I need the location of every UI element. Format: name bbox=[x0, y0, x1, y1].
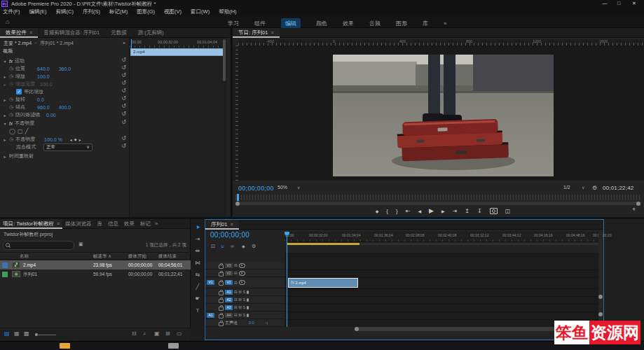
lock-icon[interactable] bbox=[219, 281, 224, 286]
freeform-view-icon[interactable]: ▩ bbox=[24, 330, 29, 337]
solo-button[interactable]: S bbox=[243, 290, 245, 294]
go-to-out-icon[interactable]: ⇥ bbox=[453, 208, 458, 214]
tab-markers[interactable]: 标记 bbox=[137, 219, 153, 229]
workspace-overflow-icon[interactable]: » bbox=[444, 20, 446, 27]
timeline-timecode[interactable]: 00;00;00;00 bbox=[210, 231, 249, 239]
step-back-icon[interactable]: ◀ bbox=[418, 209, 421, 214]
voiceover-mic-icon[interactable] bbox=[247, 314, 249, 317]
solo-button[interactable]: S bbox=[243, 298, 245, 302]
timeline-vertical-scrollbar[interactable] bbox=[598, 232, 603, 327]
stopwatch-icon[interactable]: ◷ bbox=[9, 112, 13, 118]
panel-menu-icon[interactable]: ≡ bbox=[29, 30, 32, 35]
solo-button[interactable]: S bbox=[243, 313, 245, 317]
lock-icon[interactable] bbox=[219, 272, 224, 276]
track-target-a3[interactable]: A3 bbox=[225, 305, 233, 310]
reset-icon[interactable]: ↺ bbox=[121, 64, 126, 71]
expand-icon[interactable]: ▾ bbox=[3, 121, 7, 126]
sync-lock-icon[interactable]: ⊟ bbox=[234, 313, 238, 317]
eye-icon[interactable] bbox=[239, 280, 245, 285]
eye-icon[interactable] bbox=[239, 263, 245, 268]
tabs-overflow-icon[interactable]: » bbox=[153, 219, 159, 229]
workspace-tab-editing[interactable]: 编辑 bbox=[281, 18, 301, 29]
workspace-tab-assembly[interactable]: 组件 bbox=[254, 20, 266, 27]
tab-effect-controls[interactable]: 效果控件 ≡ bbox=[0, 28, 38, 38]
tab-effects[interactable]: 效果 bbox=[121, 219, 137, 229]
tab-media-browser[interactable]: 媒体浏览器 bbox=[62, 219, 95, 229]
taskbar-folder-icon[interactable] bbox=[60, 343, 70, 349]
ripple-edit-tool[interactable]: ⇹ bbox=[191, 248, 205, 254]
new-search-bin-icon[interactable]: ▣ bbox=[78, 241, 83, 247]
uniform-scale-checkbox[interactable]: ✓ bbox=[16, 89, 22, 94]
anchor-x-value[interactable]: 960.0 bbox=[37, 105, 50, 110]
track-target-a1[interactable]: A1 bbox=[225, 290, 233, 295]
stopwatch-icon[interactable]: ◷ bbox=[9, 97, 13, 102]
extract-icon[interactable]: ↧ bbox=[477, 208, 482, 214]
sync-lock-icon[interactable]: ⊟ bbox=[234, 271, 238, 275]
home-icon[interactable]: ⌂ bbox=[6, 18, 9, 25]
button-editor-plus-icon[interactable]: + bbox=[632, 206, 636, 213]
comparison-view-icon[interactable]: ◫ bbox=[505, 208, 511, 214]
slip-tool[interactable]: ⇆ bbox=[191, 272, 205, 278]
project-row-2mp4[interactable]: ▞ 2.mp4 23.98 fps 00;00;00;00 00;04;56;0… bbox=[0, 260, 191, 270]
master-clip-label[interactable]: 主要 * 2.mp4 bbox=[4, 41, 32, 46]
track-select-forward-tool[interactable]: ⇥ bbox=[191, 236, 205, 242]
maximize-icon[interactable]: □ bbox=[614, 1, 624, 6]
expand-icon[interactable]: ▾ bbox=[3, 59, 7, 64]
sync-lock-icon[interactable]: ⊟ bbox=[234, 305, 238, 309]
anchor-y-value[interactable]: 400.0 bbox=[59, 105, 71, 110]
item-name[interactable]: 序列01 bbox=[23, 272, 37, 278]
tab-sequence01[interactable]: 序列01 ≡ bbox=[205, 220, 239, 230]
go-to-in-icon[interactable]: ⇤ bbox=[406, 208, 411, 214]
nest-insert-icon[interactable]: ⊡ bbox=[211, 244, 215, 249]
lock-icon[interactable] bbox=[219, 265, 224, 269]
eye-icon[interactable] bbox=[239, 271, 245, 276]
workspace-tab-audio[interactable]: 音频 bbox=[369, 20, 381, 27]
close-icon[interactable]: ✕ bbox=[629, 1, 639, 6]
stopwatch-icon[interactable]: ◷ bbox=[9, 104, 13, 110]
workspace-tab-learning[interactable]: 学习 bbox=[228, 20, 239, 27]
settings-wrench-icon[interactable]: ⚙ bbox=[592, 185, 597, 191]
reset-icon[interactable]: ↺ bbox=[121, 80, 126, 86]
menu-window[interactable]: 窗口(W) bbox=[191, 8, 210, 15]
menu-help[interactable]: 帮助(H) bbox=[219, 8, 236, 15]
reset-icon[interactable]: ↺ bbox=[121, 135, 126, 141]
monitor-playhead[interactable] bbox=[237, 194, 239, 201]
delete-icon[interactable]: ▭ bbox=[177, 330, 182, 337]
workspace-tab-effects[interactable]: 效果 bbox=[343, 20, 354, 27]
lock-icon[interactable] bbox=[219, 291, 224, 295]
dropdown-icon[interactable]: ∨ bbox=[582, 185, 584, 190]
position-x-value[interactable]: 640.0 bbox=[37, 66, 50, 71]
stopwatch-icon[interactable]: ◷ bbox=[9, 136, 13, 142]
rotation-value[interactable]: 0.0 bbox=[37, 97, 44, 102]
timeline-settings-wrench-icon[interactable]: ⚙ bbox=[252, 244, 256, 249]
kf-next-icon[interactable]: ▸ bbox=[79, 137, 81, 142]
tab-program-monitor[interactable]: 节目: 序列01 ≡ bbox=[233, 28, 280, 38]
mute-button[interactable]: M bbox=[239, 298, 242, 302]
voiceover-mic-icon[interactable] bbox=[247, 298, 249, 302]
menu-graphics[interactable]: 图形(G) bbox=[137, 8, 155, 15]
column-media-end[interactable]: 媒体结束 bbox=[158, 253, 177, 260]
fold-timeline-icon[interactable]: ▸ bbox=[123, 40, 125, 45]
label-color-chip[interactable] bbox=[2, 262, 8, 268]
item-name[interactable]: 2.mp4 bbox=[23, 262, 36, 267]
work-area-bar[interactable] bbox=[287, 243, 359, 245]
play-icon[interactable]: ▶ bbox=[429, 207, 434, 214]
label-color-chip[interactable] bbox=[2, 272, 8, 277]
source-patch-a1[interactable]: A1 bbox=[207, 313, 214, 318]
playback-resolution-select[interactable]: 1/2 bbox=[563, 185, 570, 190]
divider[interactable] bbox=[231, 28, 233, 217]
sync-lock-icon[interactable]: ⊟ bbox=[234, 290, 238, 294]
sync-lock-icon[interactable]: ⊟ bbox=[234, 263, 238, 267]
rect-mask-icon[interactable]: ▢ bbox=[18, 128, 23, 134]
master-volume-value[interactable]: 0.0 bbox=[249, 321, 254, 325]
effect-group-motion[interactable]: ▾ fx 运动 ↺ bbox=[3, 57, 128, 64]
mute-button[interactable]: M bbox=[239, 305, 242, 309]
menu-sequence[interactable]: 序列(S) bbox=[83, 8, 100, 15]
razor-tool[interactable]: ⋈ bbox=[191, 260, 205, 266]
timeline-playhead[interactable] bbox=[287, 232, 287, 327]
position-y-value[interactable]: 360.0 bbox=[59, 66, 71, 71]
list-view-icon[interactable]: ▤ bbox=[4, 330, 10, 337]
timeline-playhead-head[interactable] bbox=[285, 232, 289, 235]
zoom-level-select[interactable]: 50% bbox=[278, 185, 287, 190]
menu-marker[interactable]: 标记(M) bbox=[109, 8, 128, 15]
